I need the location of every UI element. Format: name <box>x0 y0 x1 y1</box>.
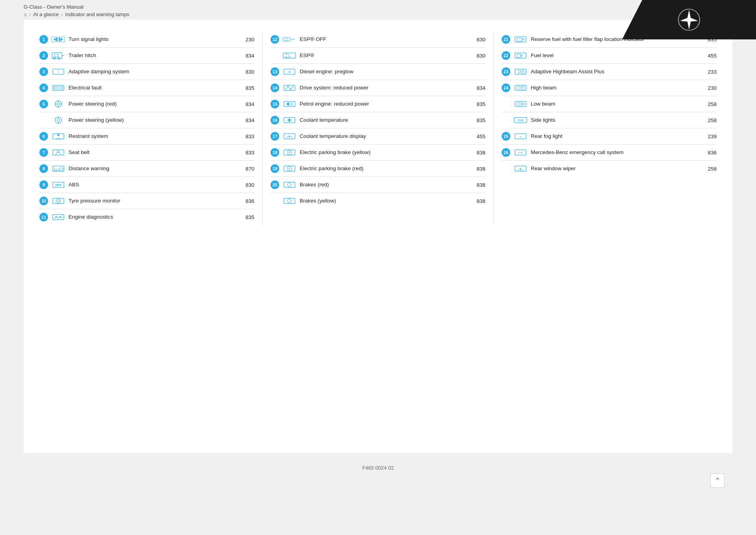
breadcrumb-item-1[interactable]: At a glance <box>33 11 59 17</box>
logo-area <box>622 0 756 39</box>
list-item: 13 00 Diesel engine: preglow <box>271 64 485 80</box>
svg-rect-30 <box>53 166 64 171</box>
column-1: 1 Turn signal lights2302 Trailer hitch83… <box>39 32 262 225</box>
item-number: 3 <box>39 67 48 76</box>
item-number: 17 <box>271 132 279 141</box>
list-item: 7 Seat belt833 <box>39 145 254 161</box>
item-number: 15 <box>271 100 279 108</box>
svg-rect-7 <box>59 37 60 41</box>
list-item: 10 Tyre pressure monitor836 <box>39 193 254 209</box>
list-item: 14 Drive system: reduced power834 <box>271 80 485 96</box>
list-item: 2 Trailer hitch834 <box>39 48 254 64</box>
item-label: Drive system: reduced power <box>300 84 463 91</box>
list-item: 9 ABS ABS830 <box>39 177 254 193</box>
svg-point-29 <box>57 150 59 152</box>
svg-rect-32 <box>59 168 63 171</box>
list-item: Power steering (yellow)834 <box>39 112 254 128</box>
item-label: Restraint system <box>69 133 232 140</box>
svg-rect-52 <box>289 119 291 122</box>
item-number <box>502 116 510 124</box>
item-number: 22 <box>502 51 510 60</box>
item-label: Petrol engine: reduced power <box>300 100 463 108</box>
item-icon <box>51 51 65 60</box>
item-page: 838 <box>470 182 485 188</box>
item-page: 835 <box>239 85 254 91</box>
list-item: ESP®830 <box>271 48 485 64</box>
columns-wrapper: 1 Turn signal lights2302 Trailer hitch83… <box>39 32 717 225</box>
item-number: 14 <box>271 84 279 92</box>
item-icon <box>282 51 296 60</box>
svg-point-27 <box>57 134 59 136</box>
item-number: 18 <box>271 148 279 157</box>
footer: F465 0024 02 <box>0 457 756 479</box>
item-label: Diesel engine: preglow <box>300 68 463 75</box>
svg-point-80 <box>517 102 520 106</box>
item-icon <box>513 164 528 173</box>
list-item: 1 Turn signal lights230 <box>39 32 254 48</box>
item-page: 834 <box>239 53 254 59</box>
item-icon <box>513 148 528 157</box>
item-page: 838 <box>470 150 485 156</box>
list-item: 16 Coolant temperature835 <box>271 112 485 128</box>
item-icon: i <box>51 67 65 76</box>
list-item: 20 ! Brakes (red)838 <box>271 177 485 193</box>
item-label: Rear window wiper <box>531 165 695 172</box>
mercedes-logo <box>677 8 701 32</box>
item-label: Side lights <box>531 117 695 124</box>
svg-point-44 <box>285 56 287 58</box>
item-icon <box>51 213 65 221</box>
svg-point-40 <box>285 40 286 41</box>
item-icon <box>51 148 65 157</box>
list-item: 25 0| Rear fog light239 <box>502 128 717 145</box>
svg-point-23 <box>57 119 60 122</box>
list-item: 19 P Electric parking brake (red)838 <box>271 161 485 177</box>
item-icon <box>51 197 65 205</box>
item-label: Engine diagnostics <box>69 214 232 221</box>
item-number: 9 <box>39 180 48 189</box>
item-label: ESP® <box>300 52 463 59</box>
list-item: 15 Petrol engine: reduced power835 <box>271 96 485 112</box>
item-number: 21 <box>502 35 510 44</box>
svg-line-83 <box>521 104 524 106</box>
item-label: Tyre pressure monitor <box>69 197 232 204</box>
svg-point-17 <box>57 103 60 106</box>
list-item: Rear window wiper258 <box>502 161 717 176</box>
svg-point-70 <box>518 71 521 73</box>
item-icon: P <box>282 148 296 157</box>
item-label: Brakes (red) <box>300 181 463 188</box>
item-icon <box>513 100 528 108</box>
item-number <box>39 116 48 124</box>
item-label: Adaptive Highbeam Assist Plus <box>531 68 695 75</box>
item-icon <box>51 100 65 108</box>
item-page: 455 <box>470 134 485 139</box>
column-3: 21 Reserve fuel with fuel filler flap lo… <box>493 32 717 225</box>
item-number: 25 <box>502 132 510 141</box>
item-label: Trailer hitch <box>69 52 232 59</box>
item-number: 1 <box>39 35 48 44</box>
item-number: 5 <box>39 100 48 108</box>
item-page: 230 <box>701 85 717 91</box>
item-number: 12 <box>271 35 279 44</box>
item-number <box>502 100 510 108</box>
item-icon: 00 <box>282 67 296 76</box>
item-page: 830 <box>470 37 485 43</box>
item-page: 258 <box>701 101 717 107</box>
svg-text:0|: 0| <box>520 136 522 138</box>
item-icon <box>513 67 528 76</box>
item-number <box>502 164 510 173</box>
item-number: 6 <box>39 132 48 141</box>
breadcrumb: ⌂ › At a glance › Indicator and warning … <box>24 11 732 17</box>
svg-point-41 <box>287 40 288 41</box>
item-label: ESP® OFF <box>300 36 463 43</box>
doc-code: F465 0024 02 <box>362 465 394 471</box>
scroll-up-button[interactable]: ⌃ <box>710 474 724 488</box>
item-icon <box>282 100 296 108</box>
item-page: 835 <box>239 214 254 220</box>
svg-rect-4 <box>56 37 57 41</box>
item-page: 833 <box>239 150 254 156</box>
home-icon[interactable]: ⌂ <box>24 11 27 17</box>
item-label: Adaptive damping system <box>69 68 232 75</box>
item-page: 258 <box>701 166 717 172</box>
svg-marker-6 <box>61 38 63 41</box>
svg-text:P: P <box>289 167 291 170</box>
